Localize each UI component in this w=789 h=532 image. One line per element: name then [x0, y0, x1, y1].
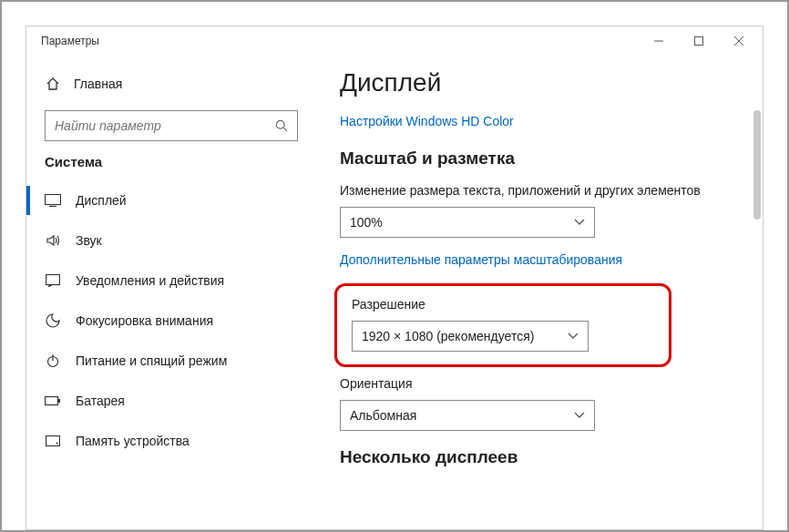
sidebar-item-label: Дисплей	[76, 193, 127, 208]
scale-select[interactable]: 100%	[340, 207, 595, 238]
chevron-down-icon	[574, 412, 585, 419]
orientation-select[interactable]: Альбомная	[340, 400, 595, 431]
home-link[interactable]: Главная	[26, 66, 316, 101]
sidebar-nav: Дисплей Звук Уведомления и действия	[26, 180, 316, 461]
svg-rect-13	[46, 436, 60, 446]
display-icon	[45, 194, 61, 207]
window-controls	[639, 26, 759, 56]
sidebar-section-title: Система	[26, 154, 316, 169]
svg-rect-1	[695, 37, 703, 46]
resolution-value: 1920 × 1080 (рекомендуется)	[362, 329, 534, 343]
sidebar-item-label: Фокусировка внимания	[76, 313, 213, 328]
svg-point-4	[276, 120, 284, 128]
sidebar-item-storage[interactable]: Память устройства	[26, 421, 316, 461]
chevron-down-icon	[568, 332, 579, 340]
multi-display-heading: Несколько дисплеев	[340, 447, 726, 467]
scale-label: Изменение размера текста, приложений и д…	[340, 183, 726, 198]
page-title: Дисплей	[340, 68, 726, 97]
window-title: Параметры	[41, 35, 99, 47]
svg-line-5	[283, 128, 287, 131]
settings-window: Параметры Главная	[26, 26, 763, 530]
resolution-select[interactable]: 1920 × 1080 (рекомендуется)	[352, 321, 589, 352]
sidebar-item-label: Батарея	[76, 394, 125, 408]
svg-rect-12	[58, 399, 60, 403]
scrollbar-thumb[interactable]	[753, 110, 761, 220]
orientation-value: Альбомная	[350, 408, 416, 423]
window-body: Главная Система Дисплей	[26, 56, 763, 529]
resolution-label: Разрешение	[352, 297, 654, 312]
power-icon	[45, 353, 61, 368]
advanced-scaling-link[interactable]: Дополнительные параметры масштабирования	[340, 252, 726, 267]
sidebar-item-battery[interactable]: Батарея	[26, 381, 316, 421]
search-input[interactable]	[55, 118, 253, 133]
minimize-button[interactable]	[639, 26, 679, 56]
storage-icon	[45, 435, 61, 446]
notifications-icon	[45, 274, 61, 287]
search-box[interactable]	[45, 110, 298, 141]
close-button[interactable]	[719, 26, 759, 56]
sidebar-item-label: Питание и спящий режим	[76, 353, 227, 368]
svg-point-14	[56, 443, 58, 445]
sidebar-item-power[interactable]: Питание и спящий режим	[26, 341, 316, 381]
sidebar-item-label: Память устройства	[76, 434, 190, 448]
focus-icon	[45, 313, 61, 328]
scale-value: 100%	[350, 215, 383, 230]
sound-icon	[45, 233, 61, 248]
sidebar-item-label: Звук	[76, 233, 102, 248]
svg-rect-6	[46, 195, 61, 205]
maximize-button[interactable]	[679, 26, 719, 56]
home-icon	[45, 77, 61, 91]
home-label: Главная	[74, 77, 122, 91]
sidebar-item-sound[interactable]: Звук	[26, 220, 316, 261]
svg-rect-11	[46, 397, 58, 405]
battery-icon	[45, 395, 61, 406]
titlebar: Параметры	[26, 26, 763, 56]
orientation-label: Ориентация	[340, 376, 726, 391]
outer-frame: Параметры Главная	[0, 0, 789, 532]
sidebar-item-notifications[interactable]: Уведомления и действия	[26, 261, 316, 301]
scale-heading: Масштаб и разметка	[340, 148, 726, 169]
content-pane: Дисплей Настройки Windows HD Color Масшт…	[316, 56, 763, 529]
chevron-down-icon	[574, 219, 585, 226]
sidebar: Главная Система Дисплей	[26, 56, 316, 529]
hd-color-link[interactable]: Настройки Windows HD Color	[340, 114, 726, 128]
search-icon	[275, 119, 288, 132]
sidebar-item-display[interactable]: Дисплей	[26, 180, 316, 220]
sidebar-item-label: Уведомления и действия	[76, 273, 224, 288]
svg-rect-8	[46, 275, 60, 285]
resolution-highlight: Разрешение 1920 × 1080 (рекомендуется)	[334, 283, 671, 367]
sidebar-item-focus[interactable]: Фокусировка внимания	[26, 301, 316, 341]
